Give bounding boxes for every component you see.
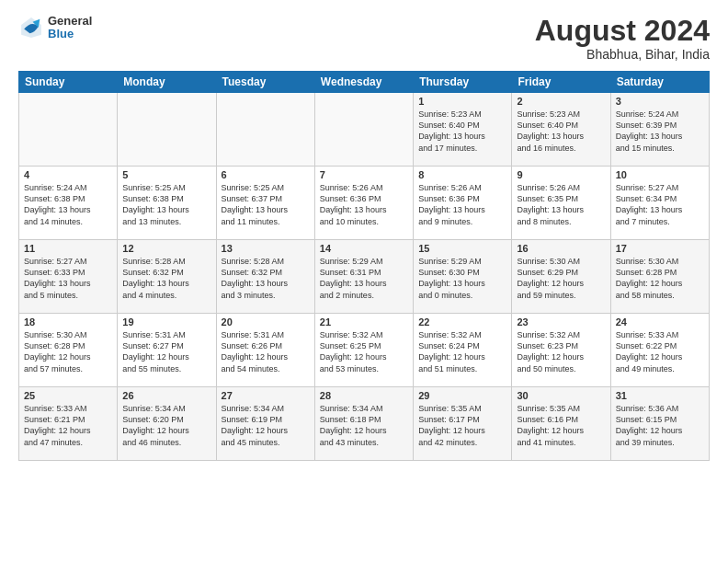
header-monday: Monday [118,72,216,93]
calendar-cell-2-2: 13Sunrise: 5:28 AMSunset: 6:32 PMDayligh… [216,240,314,314]
day-info: Sunrise: 5:31 AMSunset: 6:27 PMDaylight:… [122,329,210,374]
title-block: August 2024 Bhabhua, Bihar, India [535,15,710,62]
day-info: Sunrise: 5:32 AMSunset: 6:25 PMDaylight:… [320,329,408,374]
calendar-cell-1-4: 8Sunrise: 5:26 AMSunset: 6:36 PMDaylight… [414,167,512,240]
day-number: 16 [517,243,605,254]
day-info: Sunrise: 5:25 AMSunset: 6:37 PMDaylight:… [222,182,310,227]
day-number: 26 [122,390,210,401]
day-number: 29 [418,390,506,401]
day-number: 19 [122,316,210,327]
calendar-cell-0-3 [314,93,413,167]
page: General Blue August 2024 Bhabhua, Bihar,… [0,0,728,563]
day-info: Sunrise: 5:29 AMSunset: 6:30 PMDaylight:… [418,256,506,301]
calendar-cell-0-6: 3Sunrise: 5:24 AMSunset: 6:39 PMDaylight… [610,93,709,167]
header-row: Sunday Monday Tuesday Wednesday Thursday… [19,72,710,93]
day-info: Sunrise: 5:25 AMSunset: 6:38 PMDaylight:… [122,182,210,227]
day-info: Sunrise: 5:26 AMSunset: 6:35 PMDaylight:… [517,182,605,227]
day-info: Sunrise: 5:30 AMSunset: 6:28 PMDaylight:… [24,329,112,374]
calendar-subtitle: Bhabhua, Bihar, India [535,47,710,62]
calendar-cell-4-4: 29Sunrise: 5:35 AMSunset: 6:17 PMDayligh… [414,387,512,461]
calendar-cell-0-0 [19,93,118,167]
day-number: 21 [320,316,408,327]
day-info: Sunrise: 5:34 AMSunset: 6:19 PMDaylight:… [222,403,310,448]
week-row-0: 1Sunrise: 5:23 AMSunset: 6:40 PMDaylight… [19,93,710,167]
header-saturday: Saturday [610,72,709,93]
day-info: Sunrise: 5:27 AMSunset: 6:33 PMDaylight:… [24,256,112,301]
week-row-3: 18Sunrise: 5:30 AMSunset: 6:28 PMDayligh… [19,314,710,387]
day-number: 1 [418,96,506,107]
header: General Blue August 2024 Bhabhua, Bihar,… [18,15,710,62]
calendar-cell-0-4: 1Sunrise: 5:23 AMSunset: 6:40 PMDaylight… [414,93,512,167]
day-info: Sunrise: 5:34 AMSunset: 6:20 PMDaylight:… [122,403,210,448]
day-number: 23 [517,316,605,327]
day-info: Sunrise: 5:29 AMSunset: 6:31 PMDaylight:… [320,256,408,301]
calendar-cell-2-0: 11Sunrise: 5:27 AMSunset: 6:33 PMDayligh… [19,240,118,314]
day-info: Sunrise: 5:35 AMSunset: 6:16 PMDaylight:… [517,403,605,448]
day-info: Sunrise: 5:26 AMSunset: 6:36 PMDaylight:… [320,182,408,227]
calendar-title: August 2024 [535,15,710,47]
calendar-cell-1-6: 10Sunrise: 5:27 AMSunset: 6:34 PMDayligh… [610,167,709,240]
calendar-cell-1-3: 7Sunrise: 5:26 AMSunset: 6:36 PMDaylight… [314,167,413,240]
day-number: 14 [320,243,408,254]
calendar-cell-1-2: 6Sunrise: 5:25 AMSunset: 6:37 PMDaylight… [216,167,314,240]
day-number: 2 [517,96,605,107]
day-number: 22 [418,316,506,327]
day-number: 9 [517,169,605,180]
day-number: 27 [222,390,310,401]
day-info: Sunrise: 5:27 AMSunset: 6:34 PMDaylight:… [616,182,704,227]
calendar-cell-2-1: 12Sunrise: 5:28 AMSunset: 6:32 PMDayligh… [118,240,216,314]
header-thursday: Thursday [414,72,512,93]
day-number: 24 [616,316,704,327]
calendar-cell-3-6: 24Sunrise: 5:33 AMSunset: 6:22 PMDayligh… [610,314,709,387]
day-number: 7 [320,169,408,180]
day-number: 12 [122,243,210,254]
day-number: 25 [24,390,112,401]
calendar-cell-0-1 [118,93,216,167]
logo-text: General Blue [48,15,92,41]
week-row-2: 11Sunrise: 5:27 AMSunset: 6:33 PMDayligh… [19,240,710,314]
calendar-cell-4-6: 31Sunrise: 5:36 AMSunset: 6:15 PMDayligh… [610,387,709,461]
header-wednesday: Wednesday [314,72,413,93]
calendar-cell-3-5: 23Sunrise: 5:32 AMSunset: 6:23 PMDayligh… [512,314,610,387]
header-friday: Friday [512,72,610,93]
day-number: 8 [418,169,506,180]
calendar-cell-0-2 [216,93,314,167]
calendar-cell-4-3: 28Sunrise: 5:34 AMSunset: 6:18 PMDayligh… [314,387,413,461]
week-row-1: 4Sunrise: 5:24 AMSunset: 6:38 PMDaylight… [19,167,710,240]
day-info: Sunrise: 5:34 AMSunset: 6:18 PMDaylight:… [320,403,408,448]
week-row-4: 25Sunrise: 5:33 AMSunset: 6:21 PMDayligh… [19,387,710,461]
header-tuesday: Tuesday [216,72,314,93]
logo: General Blue [18,15,92,41]
day-info: Sunrise: 5:36 AMSunset: 6:15 PMDaylight:… [616,403,704,448]
calendar-cell-3-1: 19Sunrise: 5:31 AMSunset: 6:27 PMDayligh… [118,314,216,387]
day-info: Sunrise: 5:31 AMSunset: 6:26 PMDaylight:… [222,329,310,374]
calendar-cell-4-5: 30Sunrise: 5:35 AMSunset: 6:16 PMDayligh… [512,387,610,461]
day-info: Sunrise: 5:30 AMSunset: 6:29 PMDaylight:… [517,256,605,301]
calendar-cell-3-2: 20Sunrise: 5:31 AMSunset: 6:26 PMDayligh… [216,314,314,387]
calendar-cell-4-2: 27Sunrise: 5:34 AMSunset: 6:19 PMDayligh… [216,387,314,461]
day-info: Sunrise: 5:33 AMSunset: 6:22 PMDaylight:… [616,329,704,374]
day-number: 5 [122,169,210,180]
day-number: 30 [517,390,605,401]
header-sunday: Sunday [19,72,118,93]
calendar-cell-1-1: 5Sunrise: 5:25 AMSunset: 6:38 PMDaylight… [118,167,216,240]
calendar-cell-2-4: 15Sunrise: 5:29 AMSunset: 6:30 PMDayligh… [414,240,512,314]
day-number: 15 [418,243,506,254]
day-info: Sunrise: 5:32 AMSunset: 6:23 PMDaylight:… [517,329,605,374]
day-number: 4 [24,169,112,180]
calendar-cell-4-1: 26Sunrise: 5:34 AMSunset: 6:20 PMDayligh… [118,387,216,461]
day-number: 11 [24,243,112,254]
day-number: 17 [616,243,704,254]
day-number: 18 [24,316,112,327]
day-info: Sunrise: 5:32 AMSunset: 6:24 PMDaylight:… [418,329,506,374]
day-info: Sunrise: 5:23 AMSunset: 6:40 PMDaylight:… [517,109,605,154]
day-info: Sunrise: 5:24 AMSunset: 6:39 PMDaylight:… [616,109,704,154]
day-info: Sunrise: 5:35 AMSunset: 6:17 PMDaylight:… [418,403,506,448]
calendar-cell-1-5: 9Sunrise: 5:26 AMSunset: 6:35 PMDaylight… [512,167,610,240]
day-number: 28 [320,390,408,401]
day-number: 3 [616,96,704,107]
day-info: Sunrise: 5:30 AMSunset: 6:28 PMDaylight:… [616,256,704,301]
day-number: 20 [222,316,310,327]
calendar-cell-3-0: 18Sunrise: 5:30 AMSunset: 6:28 PMDayligh… [19,314,118,387]
day-number: 13 [222,243,310,254]
